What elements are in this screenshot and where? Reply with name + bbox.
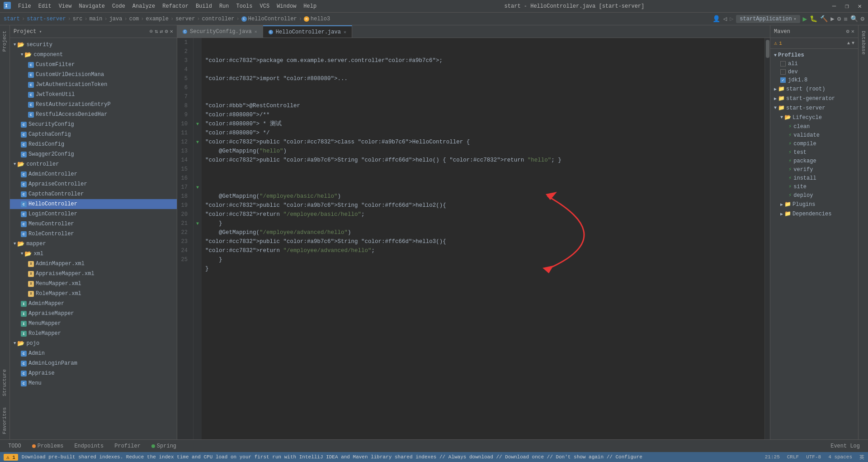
stop-button[interactable]: ◼ xyxy=(844,15,847,23)
maven-clean[interactable]: ⚡ clean xyxy=(770,122,858,131)
close-button[interactable]: ✕ xyxy=(855,1,864,11)
menu-build[interactable]: Build xyxy=(193,2,215,10)
tree-item-appraisecontroller[interactable]: CAppraiseController xyxy=(10,179,177,189)
maven-start-server[interactable]: ▼ 📁 start-server xyxy=(770,103,858,113)
code-line-18[interactable]: "color:#cc7832">return "/employee/basic/… xyxy=(205,210,764,219)
user-icon[interactable]: 👤 xyxy=(712,15,720,23)
breadcrumb-item-com[interactable]: com xyxy=(129,16,139,22)
code-line-6[interactable]: "color:#bbb">@RestController xyxy=(205,101,764,110)
tree-item-rolemapper.xml[interactable]: XRoleMapper.xml xyxy=(10,289,177,299)
gear-icon[interactable]: ⚙ xyxy=(165,28,168,35)
code-line-5[interactable] xyxy=(205,92,764,101)
ali-checkbox[interactable] xyxy=(780,61,786,67)
tree-item-component[interactable]: ▼📂component xyxy=(10,50,177,60)
maven-plugins[interactable]: ▶ 📁 Plugins xyxy=(770,200,858,209)
profile-ali[interactable]: ali xyxy=(770,60,858,68)
menu-window[interactable]: Window xyxy=(274,2,299,10)
breadcrumb-item-controller[interactable]: controller xyxy=(202,16,235,22)
project-side-tab[interactable]: Project xyxy=(0,25,9,57)
menu-help[interactable]: Help xyxy=(301,2,319,10)
favorites-side-tab[interactable]: Favorites xyxy=(0,402,9,439)
breadcrumb-item-hellocontroller[interactable]: C HelloController xyxy=(241,16,297,22)
menu-code[interactable]: Code xyxy=(109,2,128,10)
bottom-tab-problems[interactable]: Problems xyxy=(28,441,68,451)
warning-badge[interactable]: ⚠ 1 xyxy=(4,454,18,461)
maven-dependencies[interactable]: ▶ 📁 Dependencies xyxy=(770,209,858,219)
run-config-dropdown-icon[interactable]: ▾ xyxy=(794,16,797,22)
collapse-all-icon[interactable]: ⇄ xyxy=(160,28,163,35)
tree-item-rolecontroller[interactable]: CRoleController xyxy=(10,229,177,239)
structure-side-tab[interactable]: Structure xyxy=(0,364,9,401)
tree-item-adminmapper.xml[interactable]: XAdminMapper.xml xyxy=(10,259,177,269)
expand-all-icon[interactable]: ⇅ xyxy=(155,28,158,35)
menu-navigate[interactable]: Navigate xyxy=(76,2,108,10)
breadcrumb-item-start[interactable]: start xyxy=(4,16,20,22)
profile-jdk18[interactable]: ✓ jdk1.8 xyxy=(770,76,858,84)
tree-item-rolemapper[interactable]: IRoleMapper xyxy=(10,329,177,338)
tree-item-mapper[interactable]: ▼📂mapper xyxy=(10,239,177,249)
maven-verify[interactable]: ⚡ verify xyxy=(770,165,858,174)
code-line-16[interactable]: @GetMapping("/employee/basic/hello") xyxy=(205,192,764,201)
code-line-13[interactable] xyxy=(205,165,764,174)
code-line-1[interactable]: "color:#cc7832">package com.example.serv… xyxy=(205,56,764,65)
tab-hello-close[interactable]: ✕ xyxy=(344,29,346,35)
code-line-15[interactable] xyxy=(205,183,764,192)
tree-item-customfilter[interactable]: CCustomFilter xyxy=(10,60,177,70)
code-line-24[interactable]: } xyxy=(205,264,764,273)
breadcrumb-item-src[interactable]: src xyxy=(73,16,83,22)
minimize-button[interactable]: — xyxy=(830,1,839,11)
profiles-section[interactable]: ▼ Profiles xyxy=(770,51,858,60)
menu-tools[interactable]: Tools xyxy=(234,2,255,10)
forward-button[interactable]: ▷ xyxy=(730,15,733,23)
tree-item-swagger2config[interactable]: CSwagger2Config xyxy=(10,149,177,159)
breadcrumb-item-example[interactable]: example xyxy=(146,16,169,22)
warning-nav-down[interactable]: ▼ xyxy=(852,41,854,46)
code-line-12[interactable]: "color:#cc7832">public "color:#a9b7c6">S… xyxy=(205,156,764,165)
search-button[interactable]: 🔍 xyxy=(850,15,858,23)
run-button[interactable]: ▶ xyxy=(803,14,807,24)
event-log-button[interactable]: Event Log xyxy=(826,441,864,451)
maximize-button[interactable]: ❐ xyxy=(842,1,851,11)
tree-item-captchacontroller[interactable]: CCaptchaController xyxy=(10,189,177,199)
tree-item-admin[interactable]: CAdmin xyxy=(10,348,177,358)
maven-deploy[interactable]: ⚡ deploy xyxy=(770,191,858,200)
maven-validate[interactable]: ⚡ validate xyxy=(770,131,858,139)
settings-button[interactable]: ⚙ xyxy=(861,15,864,23)
tree-item-adminmapper[interactable]: IAdminMapper xyxy=(10,299,177,309)
code-line-7[interactable]: "color:#808080">/** xyxy=(205,110,764,119)
breadcrumb-item-server2[interactable]: server xyxy=(175,16,195,22)
maven-lifecycle[interactable]: ▼ 📂 Lifecycle xyxy=(770,113,858,122)
database-side-tab[interactable]: Database xyxy=(859,25,868,60)
tree-item-appraisemapper[interactable]: IAppraiseMapper xyxy=(10,309,177,319)
tree-item-restfulaccessdeniedhar[interactable]: CRestfulAccessDeniedHar xyxy=(10,110,177,119)
tab-hello-controller[interactable]: C HelloController.java ✕ xyxy=(263,25,352,38)
code-line-8[interactable]: "color:#808080"> * 测试 xyxy=(205,119,764,129)
tree-item-jwttokenutil[interactable]: CJwtTokenUtil xyxy=(10,90,177,100)
breadcrumb-item-server[interactable]: start-server xyxy=(27,16,66,22)
code-line-2[interactable] xyxy=(205,65,764,74)
close-panel-icon[interactable]: ✕ xyxy=(170,28,173,35)
maven-start-generator[interactable]: ▶ 📁 start-generator xyxy=(770,94,858,103)
maven-site[interactable]: ⚡ site xyxy=(770,182,858,191)
breadcrumb-item-java[interactable]: java xyxy=(109,16,123,22)
tree-item-logincontroller[interactable]: CLoginController xyxy=(10,209,177,219)
tree-item-securityconfig[interactable]: CSecurityConfig xyxy=(10,119,177,129)
code-line-10[interactable]: "color:#cc7832">public "color:#cc7832">c… xyxy=(205,138,764,147)
menu-refactor[interactable]: Refactor xyxy=(160,2,191,10)
tree-item-menu[interactable]: CMenu xyxy=(10,378,177,388)
menu-view[interactable]: View xyxy=(56,2,75,10)
maven-settings-icon[interactable]: ⚙ xyxy=(846,28,849,35)
bottom-tab-spring[interactable]: Spring xyxy=(147,441,181,451)
profile-dev[interactable]: dev xyxy=(770,68,858,76)
maven-package[interactable]: ⚡ package xyxy=(770,157,858,165)
code-line-21[interactable]: "color:#cc7832">public "color:#a9b7c6">S… xyxy=(205,237,764,246)
code-line-9[interactable]: "color:#808080"> */ xyxy=(205,129,764,138)
code-content[interactable]: "color:#cc7832">package com.example.serv… xyxy=(202,38,764,439)
tab-security-close[interactable]: ✕ xyxy=(255,29,257,34)
tree-item-controller[interactable]: ▼📂controller xyxy=(10,159,177,169)
bottom-tab-profiler[interactable]: Profiler xyxy=(110,441,145,451)
dev-checkbox[interactable] xyxy=(780,69,786,75)
code-line-4[interactable] xyxy=(205,83,764,92)
bottom-tab-todo[interactable]: TODO xyxy=(4,441,26,451)
breadcrumb-item-main[interactable]: main xyxy=(90,16,103,22)
